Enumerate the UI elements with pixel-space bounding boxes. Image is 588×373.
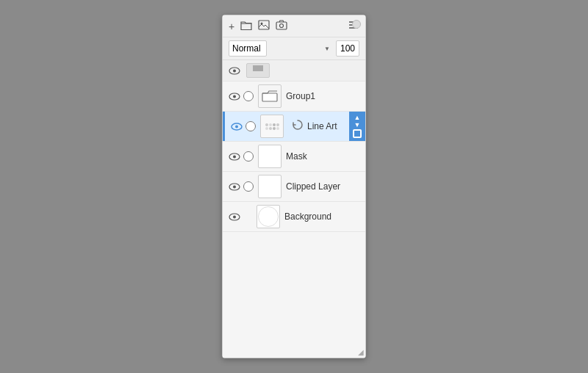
svg-point-21: [233, 215, 236, 218]
list-item: [223, 60, 365, 82]
svg-rect-3: [276, 22, 287, 29]
blend-bar: Normal Multiply Screen Overlay 100: [223, 37, 365, 60]
layer-name: Clipped Layer: [286, 181, 361, 192]
blend-mode-select[interactable]: Normal Multiply Screen Overlay: [229, 40, 267, 57]
layer-name: Line Art: [307, 121, 342, 131]
layer-thumbnail: [257, 205, 280, 228]
visibility-icon[interactable]: [227, 149, 242, 164]
layer-thumbnail: [246, 63, 270, 78]
panel-toolbar: +: [223, 15, 365, 37]
layer-radio[interactable]: [245, 121, 256, 131]
svg-point-19: [233, 185, 236, 188]
list-item[interactable]: Clipped Layer: [223, 172, 365, 202]
layer-thumbnail: [258, 145, 282, 168]
add-layer-icon[interactable]: +: [229, 21, 234, 32]
blend-mode-select-wrap: Normal Multiply Screen Overlay: [229, 40, 333, 57]
layer-thumbnail: [258, 175, 282, 198]
folder-icon[interactable]: [240, 20, 252, 32]
svg-point-12: [233, 95, 236, 98]
visibility-icon[interactable]: [227, 179, 242, 194]
opacity-input[interactable]: 100: [336, 40, 359, 57]
layer-name: Mask: [286, 151, 361, 162]
svg-point-9: [233, 69, 236, 72]
list-item[interactable]: Background: [223, 202, 365, 232]
layer-radio[interactable]: [243, 91, 254, 101]
svg-rect-13: [262, 93, 277, 101]
svg-point-15: [235, 125, 238, 128]
visibility-icon[interactable]: [229, 119, 244, 134]
image-icon[interactable]: [258, 20, 270, 32]
list-item[interactable]: Mask: [223, 142, 365, 172]
layers-panel: +: [222, 15, 366, 358]
white-circle: [258, 206, 279, 227]
close-button[interactable]: [352, 20, 361, 29]
visibility-icon[interactable]: [227, 89, 242, 104]
layer-name: Group1: [286, 91, 361, 101]
visibility-icon[interactable]: [227, 63, 242, 78]
svg-point-4: [280, 24, 284, 28]
list-item[interactable]: Group1: [223, 82, 365, 112]
camera-icon[interactable]: [276, 20, 287, 32]
layer-radio[interactable]: [243, 151, 254, 162]
visibility-icon[interactable]: [227, 209, 242, 224]
layer-thumbnail: [258, 84, 282, 108]
svg-point-17: [233, 155, 236, 158]
layers-list: Group1: [223, 60, 365, 358]
list-item[interactable]: Line Art ▲ ▼: [223, 112, 365, 142]
layer-thumbnail: [260, 115, 284, 138]
toolbar-icons: +: [229, 20, 287, 32]
svg-rect-1: [259, 21, 269, 29]
layer-name: Background: [284, 211, 361, 222]
resize-handle[interactable]: ◢: [358, 348, 364, 356]
layer-radio[interactable]: [243, 181, 254, 192]
